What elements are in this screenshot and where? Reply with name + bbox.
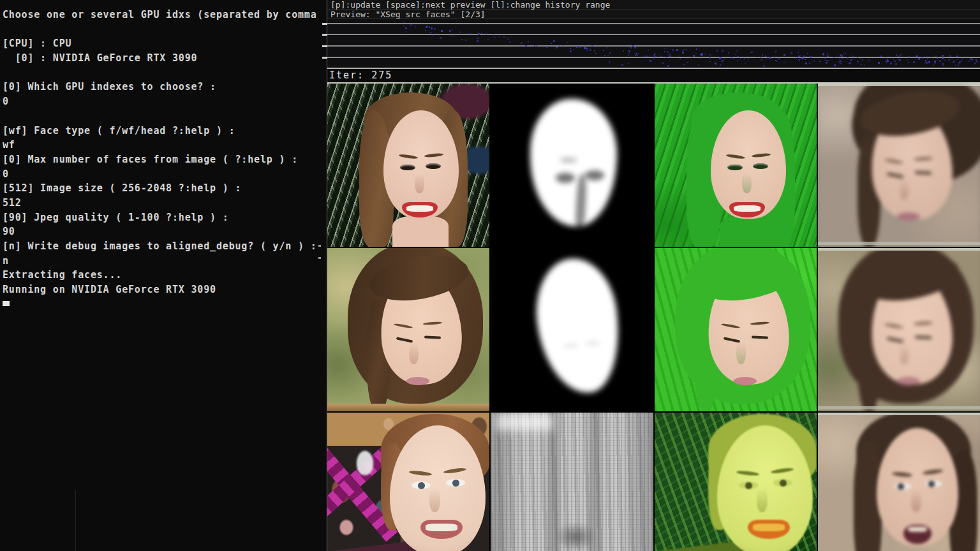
loss-scatter-dot	[752, 52, 753, 53]
loss-scatter-dot	[770, 58, 771, 59]
terminal-line: [90] Jpeg quality ( 1-100 ?:help ) :	[3, 210, 327, 225]
loss-scatter-dot	[895, 63, 897, 65]
loss-scatter-dot	[628, 53, 630, 54]
loss-scatter-dot	[857, 61, 859, 62]
terminal-window[interactable]: Choose one or several GPU idxs (separate…	[0, 0, 327, 551]
mouth	[734, 377, 757, 385]
loss-scatter-dot	[621, 64, 623, 66]
loss-scatter-dot	[623, 50, 624, 52]
preview-cell-r2-masked-overlay-image	[655, 248, 817, 411]
loss-scatter-dot	[757, 57, 758, 58]
loss-scatter-dot	[525, 45, 527, 47]
loss-scatter-dot	[824, 57, 826, 59]
terminal-line: Extracting faces...	[3, 268, 327, 283]
preview-cell-r2-predicted-face-image	[818, 248, 980, 411]
mask-blob	[530, 99, 617, 226]
terminal-output: Choose one or several GPU idxs (separate…	[3, 8, 327, 297]
loss-scatter-dot	[813, 61, 815, 62]
loss-scatter-dot	[607, 55, 609, 56]
teeth	[426, 524, 457, 531]
loss-scatter-dot	[878, 62, 880, 64]
loss-scatter-dot	[805, 59, 806, 60]
loss-scatter-dot	[716, 50, 718, 52]
loss-scatter-dot	[937, 58, 938, 59]
neck-shape	[392, 216, 449, 247]
terminal-line: Running on NVIDIA GeForce RTX 3090	[3, 283, 327, 297]
eye	[915, 172, 932, 175]
mouth	[406, 377, 429, 385]
loss-scatter-dot	[745, 62, 746, 64]
loss-scatter-dot	[607, 47, 608, 48]
loss-scatter-dot	[739, 58, 741, 59]
loss-scatter-dot	[913, 61, 915, 63]
preview-cell-r1-masked-overlay-image	[655, 84, 817, 247]
loss-scatter-dot	[933, 64, 934, 66]
loss-scatter-dot	[893, 59, 894, 60]
loss-scatter-dot	[655, 56, 657, 57]
loss-scatter-dot	[958, 62, 960, 64]
loss-scatter-dot	[427, 26, 428, 27]
loss-scatter-dot	[660, 55, 662, 57]
loss-scatter-dot	[699, 57, 701, 59]
loss-scatter-dot	[775, 51, 776, 52]
loss-scatter-dot	[603, 50, 604, 51]
loss-scatter-dot	[961, 60, 962, 61]
loss-scatter-dot	[404, 22, 405, 23]
terminal-line: Choose one or several GPU idxs (separate…	[3, 8, 327, 22]
loss-scatter-dot	[654, 54, 655, 55]
loss-scatter-dot	[481, 33, 482, 34]
loss-scatter-dot	[955, 64, 956, 66]
training-preview-window[interactable]: [p]:update [space]:next preview [l]:chan…	[327, 0, 980, 551]
terminal-line: 0	[3, 167, 327, 182]
loss-scatter-dot	[686, 49, 687, 50]
loss-scatter-dot	[722, 50, 724, 52]
graph-gridline-tick	[322, 23, 327, 25]
loss-scatter-dot	[834, 64, 836, 66]
loss-scatter-dot	[927, 58, 928, 59]
preview-cell-r1-predicted-face-image	[818, 84, 980, 247]
loss-scatter-dot	[827, 55, 829, 57]
loss-scatter-dot	[748, 58, 749, 59]
loss-scatter-dot	[477, 38, 479, 39]
loss-scatter-dot	[969, 61, 970, 62]
loss-scatter-dot	[698, 64, 699, 66]
loss-scatter-dot	[649, 55, 650, 57]
preview-cell-r2-source-face-image	[327, 248, 489, 411]
loss-scatter-dot	[693, 55, 695, 57]
loss-scatter-dot	[944, 57, 946, 59]
loss-scatter-dot	[807, 53, 808, 54]
loss-scatter-dot	[595, 53, 597, 54]
loss-scatter-dot	[579, 47, 581, 48]
loss-scatter-dot	[686, 58, 687, 59]
terminal-cursor	[3, 301, 10, 306]
loss-scatter-dot	[819, 61, 820, 62]
loss-scatter-dot	[442, 31, 443, 32]
loss-scatter-dot	[676, 49, 678, 51]
loss-scatter-dot	[949, 55, 951, 57]
loss-scatter-dot	[425, 30, 426, 31]
loss-scatter-dot	[609, 61, 610, 62]
loss-scatter-dot	[898, 59, 899, 60]
teeth	[406, 205, 433, 212]
loss-scatter-dot	[570, 48, 571, 49]
loss-scatter-dot	[925, 61, 927, 63]
loss-scatter-dot	[709, 54, 711, 55]
loss-scatter-dot	[556, 47, 558, 48]
loss-scatter-dot	[432, 34, 433, 36]
preview-cell-r3-masked-overlay-image	[655, 413, 817, 551]
loss-scatter-dot	[724, 58, 725, 59]
loss-scatter-dot	[678, 55, 679, 57]
loss-scatter-dot	[440, 37, 442, 39]
loss-scatter-dot	[847, 57, 849, 59]
loss-scatter-dot	[687, 62, 688, 63]
loss-scatter-dot	[837, 57, 838, 58]
loss-scatter-dot	[696, 48, 697, 50]
loss-scatter-dot	[434, 28, 436, 30]
eye	[412, 481, 431, 489]
loss-scatter-dot	[410, 24, 412, 26]
loss-scatter-dot	[810, 56, 812, 58]
loss-scatter-dot	[499, 36, 500, 37]
loss-scatter-dot	[852, 55, 854, 57]
loss-scatter-dot	[948, 59, 950, 61]
loss-scatter-dot	[594, 50, 595, 52]
